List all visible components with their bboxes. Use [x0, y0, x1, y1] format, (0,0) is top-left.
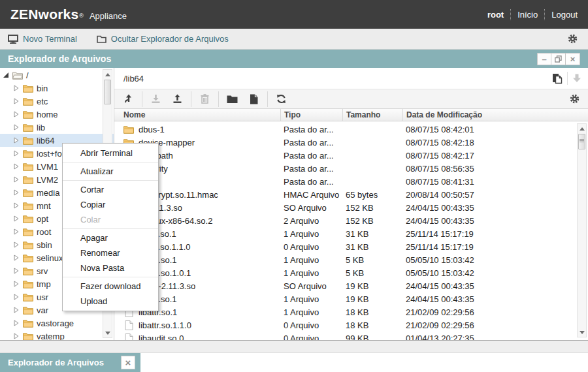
- column-header-type[interactable]: Tipo: [280, 109, 342, 121]
- expand-collapsed-icon[interactable]: [12, 307, 21, 313]
- context-menu-item[interactable]: Fazer download: [63, 279, 158, 294]
- close-button[interactable]: ×: [566, 53, 580, 65]
- table-row[interactable]: libaio.so.1 1 Arquivo 5 KB 05/05/10 15:0…: [114, 253, 588, 266]
- expand-collapsed-icon[interactable]: [12, 294, 21, 300]
- table-row[interactable]: libattr.so.1.1.0 0 Arquivo 18 KB 21/02/0…: [114, 318, 588, 332]
- expand-collapsed-icon[interactable]: [12, 333, 21, 339]
- expand-collapsed-icon[interactable]: [12, 241, 21, 248]
- column-header-modified[interactable]: Data de Modificação: [402, 109, 588, 121]
- tree-item[interactable]: bin: [0, 82, 114, 95]
- upload-button[interactable]: [167, 91, 188, 107]
- tree-item[interactable]: lib: [0, 121, 114, 134]
- settings-gear-icon[interactable]: [568, 34, 578, 44]
- expand-collapsed-icon[interactable]: [12, 137, 21, 144]
- context-menu-item[interactable]: Cortar: [63, 182, 158, 197]
- table-row[interactable]: ld-linux-x86-64.so.2 2 Arquivo 152 KB 24…: [114, 214, 588, 227]
- expand-collapsed-icon[interactable]: [12, 150, 21, 157]
- tree-scrollbar-thumb[interactable]: [104, 80, 111, 104]
- logout-link[interactable]: Logout: [551, 10, 578, 20]
- scroll-up-icon[interactable]: [578, 124, 586, 133]
- new-folder-button[interactable]: [221, 91, 243, 107]
- home-link[interactable]: Início: [517, 10, 538, 20]
- tree-item[interactable]: etc: [0, 95, 114, 108]
- expand-collapsed-icon[interactable]: [12, 255, 21, 261]
- table-row[interactable]: dbus-1 Pasta do ar... 08/07/15 08:42:01: [114, 123, 588, 136]
- tree-item-label: mnt: [37, 201, 51, 211]
- folder-icon: [23, 110, 33, 119]
- table-row[interactable]: libacl.so.1.1.0 0 Arquivo 31 KB 25/11/14…: [114, 240, 588, 253]
- scroll-up-icon[interactable]: [103, 70, 112, 79]
- tree-root-item[interactable]: /: [0, 69, 114, 82]
- expand-collapsed-icon[interactable]: [12, 163, 21, 170]
- minimize-button[interactable]: –: [537, 53, 551, 65]
- table-row[interactable]: libanl-2.11.3.so SO Arquivo 19 KB 24/04/…: [114, 279, 588, 292]
- tree-item[interactable]: vatemp: [0, 330, 114, 340]
- paste-icon[interactable]: [552, 73, 563, 84]
- tree-item-label: home: [37, 110, 58, 119]
- expand-collapsed-icon[interactable]: [12, 228, 21, 235]
- column-header-name[interactable]: Nome: [114, 110, 280, 119]
- context-menu-item[interactable]: Nova Pasta: [63, 260, 158, 277]
- context-menu-item[interactable]: Copiar: [63, 197, 158, 212]
- table-row[interactable]: libacl.so.1 1 Arquivo 31 KB 25/11/14 15:…: [114, 227, 588, 240]
- folder-icon: [23, 202, 33, 210]
- table-row[interactable]: libaudit.so.0 0 Arquivo 99 KB 01/04/13 2…: [114, 332, 588, 340]
- expand-collapsed-icon[interactable]: [12, 124, 21, 131]
- expand-collapsed-icon[interactable]: [12, 268, 21, 274]
- expand-collapsed-icon[interactable]: [12, 98, 21, 104]
- table-row[interactable]: security Pasta do ar... 08/07/15 08:56:3…: [114, 162, 588, 175]
- expand-collapsed-icon[interactable]: [12, 320, 21, 326]
- table-scrollbar[interactable]: [577, 123, 587, 337]
- context-menu-item[interactable]: Apagar: [63, 230, 158, 245]
- tree-item-label: vatemp: [37, 332, 65, 341]
- expand-collapsed-icon[interactable]: [12, 176, 21, 183]
- table-row[interactable]: tls Pasta do ar... 08/07/15 08:41:31: [114, 175, 588, 188]
- scroll-down-icon[interactable]: [103, 328, 112, 337]
- hide-explorer-button[interactable]: Ocultar Explorador de Arquivos: [97, 34, 229, 44]
- context-menu-item[interactable]: Upload: [63, 294, 158, 309]
- table-settings-gear-icon[interactable]: [570, 94, 580, 104]
- table-row[interactable]: multipath Pasta do ar... 08/07/15 08:42:…: [114, 149, 588, 162]
- new-file-button[interactable]: [243, 91, 265, 107]
- action-toolbar: Novo Terminal Ocultar Explorador de Arqu…: [0, 29, 588, 50]
- table-row[interactable]: device-mapper Pasta do ar... 08/07/15 08…: [114, 136, 588, 149]
- new-terminal-button[interactable]: Novo Terminal: [8, 34, 77, 44]
- context-menu-item[interactable]: Abrir Terminal: [63, 146, 158, 163]
- table-row[interactable]: libanl.so.1 1 Arquivo 19 KB 24/04/15 00:…: [114, 292, 588, 305]
- tree-item[interactable]: home: [0, 108, 114, 121]
- file-modified: 20/08/14 00:50:57: [402, 188, 588, 201]
- file-type: 0 Arquivo: [280, 318, 342, 332]
- context-menu-item[interactable]: Renomear: [63, 245, 158, 260]
- file-type: Pasta do ar...: [280, 162, 342, 175]
- expand-collapsed-icon[interactable]: [12, 281, 21, 287]
- column-header-size[interactable]: Tamanho: [342, 109, 402, 121]
- table-row[interactable]: .libgcrypt.so.11.hmac HMAC Arquivo 65 by…: [114, 188, 588, 201]
- refresh-button[interactable]: [270, 91, 292, 107]
- table-row[interactable]: libattr.so.1 1 Arquivo 18 KB 21/02/09 02…: [114, 305, 588, 318]
- table-row[interactable]: ld-2.11.3.so SO Arquivo 152 KB 24/04/15 …: [114, 201, 588, 214]
- restore-button[interactable]: [551, 53, 566, 65]
- explorer-task-tab[interactable]: Explorador de Arquivos ×: [0, 353, 140, 372]
- taskbar-strip: [0, 341, 588, 353]
- tree-item-label: LVM1: [37, 162, 58, 172]
- expand-collapsed-icon[interactable]: [12, 111, 21, 117]
- file-name: libattr.so.1.1.0: [139, 320, 191, 330]
- scroll-down-icon[interactable]: [578, 328, 586, 337]
- go-up-button[interactable]: [118, 91, 139, 107]
- file-type-icon: [123, 333, 134, 341]
- folder-icon: [23, 215, 33, 223]
- table-scrollbar-thumb[interactable]: [578, 134, 585, 149]
- table-row[interactable]: libaio.so.1.0.1 1 Arquivo 5 KB 05/05/10 …: [114, 266, 588, 279]
- expand-collapsed-icon[interactable]: [12, 85, 21, 91]
- file-modified: 24/04/15 00:43:35: [402, 214, 588, 227]
- context-menu-item[interactable]: Atualizar: [63, 164, 158, 181]
- expand-collapsed-icon[interactable]: [12, 215, 21, 222]
- file-actions-toolbar: [114, 89, 588, 109]
- collapse-expanded-icon[interactable]: [1, 72, 10, 78]
- expand-collapsed-icon[interactable]: [12, 189, 21, 196]
- tree-root-label: /: [26, 70, 29, 80]
- file-modified: 21/02/09 02:29:56: [402, 318, 588, 332]
- expand-collapsed-icon[interactable]: [12, 202, 21, 209]
- task-tab-close-icon[interactable]: ×: [121, 356, 135, 369]
- tree-item[interactable]: vastorage: [0, 317, 114, 330]
